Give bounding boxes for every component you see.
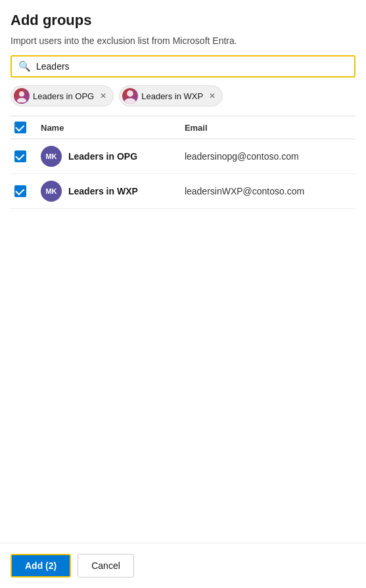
row-wxp-name: Leaders in WXP	[68, 186, 138, 196]
tag-opg-label: Leaders in OPG	[33, 91, 94, 101]
page-title: Add groups	[11, 12, 355, 29]
select-all-checkbox[interactable]	[14, 122, 26, 133]
header-email: Email	[181, 116, 355, 139]
table-row: MK Leaders in OPG leadersinopg@contoso.c…	[11, 139, 355, 174]
table-row: MK Leaders in WXP leadersinWXP@contoso.c…	[11, 174, 355, 209]
header-name: Name	[37, 116, 181, 139]
svg-point-3	[125, 99, 136, 104]
table-header-row: Name Email	[11, 116, 355, 139]
tags-row: Leaders in OPG ✕ Leaders in WXP ✕	[11, 85, 355, 106]
tag-wxp-label: Leaders in WXP	[141, 91, 203, 101]
row-wxp-email-cell: leadersinWXP@contoso.com	[181, 174, 355, 209]
row-wxp-email: leadersinWXP@contoso.com	[185, 186, 304, 196]
tag-opg-close[interactable]: ✕	[100, 92, 106, 100]
row-opg-email-cell: leadersinopg@contoso.com	[181, 139, 355, 174]
row-wxp-name-cell: MK Leaders in WXP	[37, 174, 181, 209]
header-checkbox-col	[11, 116, 37, 139]
svg-point-0	[19, 91, 24, 97]
row-wxp-checkbox-cell	[11, 174, 37, 209]
tag-wxp-close[interactable]: ✕	[209, 92, 216, 100]
svg-point-2	[127, 91, 133, 97]
subtitle: Import users into the exclusion list fro…	[11, 35, 355, 46]
search-box: 🔍	[11, 55, 355, 78]
search-input[interactable]	[36, 61, 348, 72]
row-wxp-avatar: MK	[41, 181, 62, 202]
tag-avatar-opg	[14, 88, 30, 104]
svg-point-1	[17, 98, 26, 102]
row-opg-email: leadersinopg@contoso.com	[185, 151, 299, 162]
tag-wxp: Leaders in WXP ✕	[119, 85, 223, 106]
add-button[interactable]: Add (2)	[11, 554, 71, 577]
search-icon: 🔍	[18, 60, 31, 72]
row-opg-avatar: MK	[41, 146, 62, 167]
results-table: Name Email MK Leaders in OPG leadersinop…	[11, 116, 355, 209]
page-container: Add groups Import users into the exclusi…	[0, 0, 366, 588]
tag-opg: Leaders in OPG ✕	[11, 85, 114, 106]
footer: Add (2) Cancel	[0, 543, 366, 588]
row-wxp-checkbox[interactable]	[14, 185, 26, 197]
row-opg-checkbox-cell	[11, 139, 37, 174]
row-opg-name: Leaders in OPG	[68, 151, 137, 162]
tag-avatar-wxp	[122, 88, 138, 104]
cancel-button[interactable]: Cancel	[78, 554, 134, 577]
row-opg-checkbox[interactable]	[14, 150, 26, 162]
row-opg-name-cell: MK Leaders in OPG	[37, 139, 181, 174]
